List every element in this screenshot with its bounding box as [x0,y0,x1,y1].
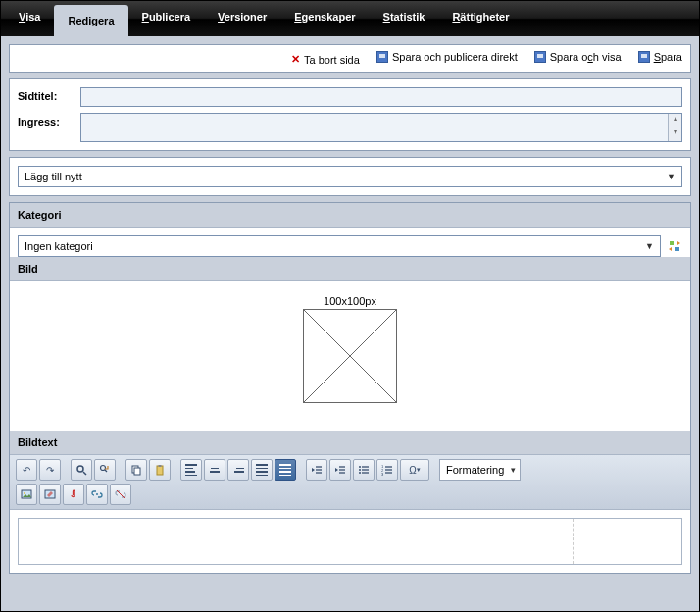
link-button[interactable] [86,484,108,505]
ordered-list-button[interactable]: 123 [376,459,398,481]
tab-egenskaper[interactable]: Egenskaper [280,1,369,36]
tab-rattigheter[interactable]: Rättigheter [438,1,523,36]
save-label: Spara [654,51,682,63]
chevron-down-icon: ▼ [645,241,654,251]
caption-header: Bildtext [10,431,690,455]
svg-point-0 [77,466,83,472]
caption-editor[interactable] [18,518,682,565]
align-center-button[interactable] [204,459,225,481]
format-dropdown[interactable]: Formatering [439,459,521,481]
undo-button[interactable]: ↶ [16,459,37,481]
image-header: Bild [10,257,690,281]
unlink-button[interactable] [110,484,131,505]
copy-button[interactable] [125,459,147,481]
find-button[interactable] [71,459,92,481]
unordered-list-button[interactable] [353,459,375,481]
align-justify-button[interactable] [251,459,273,481]
svg-rect-7 [159,465,162,467]
svg-point-15 [359,469,361,471]
title-panel: Sidtitel: Ingress: ▴▾ [9,78,691,151]
delete-icon: ✕ [291,53,300,66]
align-justify-active-button[interactable] [275,459,296,481]
paste-button[interactable] [149,459,171,481]
main-tabbar: Visa Redigera Publicera Versioner Egensk… [1,1,699,36]
ingress-input[interactable]: ▴▾ [80,113,682,142]
svg-rect-5 [134,468,140,475]
svg-point-14 [359,466,361,468]
image-placeholder[interactable] [303,309,397,403]
tab-statistik[interactable]: Statistik [370,1,439,36]
tab-redigera[interactable]: Redigera [54,5,127,36]
ingress-resize[interactable]: ▴▾ [668,114,681,141]
category-dropdown[interactable]: Ingen kategori ▼ [18,235,661,257]
add-new-dropdown[interactable]: Lägg till nytt ▼ [18,166,682,187]
save-publish-label: Spara och publicera direkt [392,51,518,63]
editor-toolbar: ↶ ↷ 123 Ω ▾ For [10,455,690,510]
image-size-label: 100x100px [18,295,682,307]
replace-button[interactable] [94,459,116,481]
delete-label: Ta bort sida [304,54,360,66]
action-bar: ✕ Ta bort sida Spara och publicera direk… [9,44,691,73]
tab-visa[interactable]: Visa [5,1,54,36]
svg-line-29 [117,490,125,498]
svg-text:3: 3 [381,472,384,476]
align-right-button[interactable] [227,459,249,481]
content-panel: Kategori Ingen kategori ▼ Bild 100x100px… [9,202,691,574]
add-new-panel: Lägg till nytt ▼ [9,157,691,196]
category-header: Kategori [10,203,690,228]
svg-point-2 [101,466,106,471]
attachment-button[interactable] [63,484,84,505]
page-title-label: Sidtitel: [18,87,80,102]
save-show-label: Spara och visa [550,51,622,63]
category-manage-icon[interactable] [667,238,682,254]
edit-image-button[interactable] [39,484,61,505]
svg-line-3 [105,470,107,472]
save-icon [534,51,546,63]
outdent-button[interactable] [306,459,327,481]
save-publish-button[interactable]: Spara och publicera direkt [376,51,518,63]
category-selected: Ingen kategori [25,240,93,252]
save-icon [638,51,650,63]
save-show-button[interactable]: Spara och visa [534,51,622,63]
delete-page-button[interactable]: ✕ Ta bort sida [291,53,360,66]
svg-point-16 [359,472,361,474]
tab-publicera[interactable]: Publicera [128,1,205,36]
special-char-button[interactable]: Ω ▾ [400,459,429,481]
save-button[interactable]: Spara [638,51,682,63]
add-new-label: Lägg till nytt [25,171,82,182]
svg-rect-6 [157,466,163,475]
redo-button[interactable]: ↷ [39,459,61,481]
insert-image-button[interactable] [16,484,37,505]
indent-button[interactable] [329,459,351,481]
tab-versioner[interactable]: Versioner [204,1,280,36]
save-icon [376,51,388,63]
page-title-input[interactable] [80,87,682,107]
svg-point-27 [24,492,25,494]
chevron-down-icon: ▼ [667,172,675,181]
editor-margin-guide [573,519,574,564]
svg-line-1 [83,472,86,475]
align-left-button[interactable] [180,459,202,481]
ingress-label: Ingress: [18,113,80,128]
